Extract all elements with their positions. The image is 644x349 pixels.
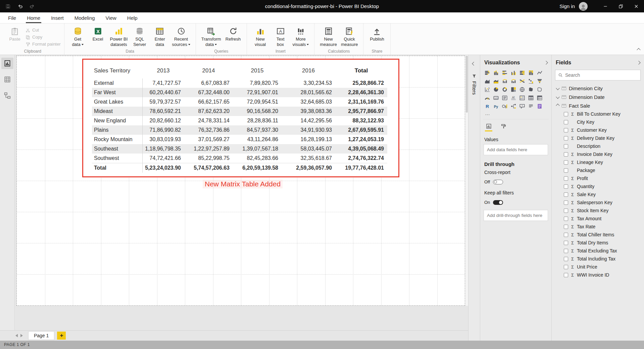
slicer-icon[interactable]	[518, 94, 527, 102]
kpi-icon[interactable]: 42	[509, 94, 518, 102]
hundred-stacked-bar-chart-icon[interactable]	[518, 68, 527, 77]
keep-all-filters-toggle[interactable]	[493, 200, 503, 205]
field-total-including-tax[interactable]: ΣTotal Including Tax	[554, 255, 641, 263]
text-box-button[interactable]: ATextbox	[270, 25, 291, 48]
sql-server-button[interactable]: SQLServer	[130, 25, 150, 48]
power-bi-datasets-button[interactable]: Power BIdatasets	[108, 25, 130, 48]
filters-pane-label[interactable]: Filters	[472, 81, 477, 95]
field-delivery-date-key[interactable]: ΣDelivery Date Key	[554, 134, 641, 142]
menu-tab-modeling[interactable]: Modeling	[69, 12, 100, 23]
stacked-column-chart-icon[interactable]	[492, 68, 500, 77]
shape-map-icon[interactable]	[535, 85, 544, 94]
add-page-button[interactable]: +	[57, 332, 66, 340]
field-checkbox[interactable]	[564, 160, 568, 165]
expand-table-icon[interactable]	[556, 95, 559, 99]
close-button[interactable]	[629, 0, 644, 12]
expand-filters-icon[interactable]	[472, 62, 476, 65]
field-salesperson-key[interactable]: ΣSalesperson Key	[554, 198, 641, 207]
field-checkbox[interactable]	[564, 233, 568, 237]
scatter-chart-icon[interactable]	[483, 85, 492, 94]
field-checkbox[interactable]	[564, 120, 568, 124]
field-checkbox[interactable]	[564, 209, 568, 213]
python-visual-icon[interactable]: Py	[492, 102, 500, 110]
field-checkbox[interactable]	[564, 168, 568, 173]
collapse-ribbon-icon[interactable]	[637, 48, 640, 52]
field-bill-to-customer-key[interactable]: ΣBill To Customer Key	[554, 110, 641, 118]
matrix-row[interactable]: Rocky Mountain30,83,019.9337,01,569.2743…	[92, 135, 387, 144]
field-total-dry-items[interactable]: ΣTotal Dry Items	[554, 239, 641, 247]
matrix-row[interactable]: Southeast1,18,96,798.351,22,97,257.891,3…	[92, 144, 387, 154]
field-checkbox[interactable]	[564, 200, 568, 205]
menu-tab-insert[interactable]: Insert	[46, 12, 69, 23]
field-checkbox[interactable]	[564, 225, 568, 229]
fields-search-input[interactable]: Search	[555, 70, 641, 80]
field-checkbox[interactable]	[564, 265, 568, 269]
field-package[interactable]: Package	[554, 166, 641, 174]
field-tax-amount[interactable]: ΣTax Amount	[554, 215, 641, 223]
field-total-chiller-items[interactable]: ΣTotal Chiller Items	[554, 231, 641, 239]
enter-data-button[interactable]: Enterdata	[150, 25, 170, 48]
filled-map-icon[interactable]	[527, 85, 535, 94]
excel-button[interactable]: XExcel	[88, 25, 108, 48]
field-lineage-key[interactable]: ΣLineage Key	[554, 158, 641, 166]
field-unit-price[interactable]: ΣUnit Price	[554, 263, 641, 271]
matrix-row[interactable]: Mideast78,60,592.2187,62,623.2090,16,568…	[92, 107, 387, 116]
field-tax-rate[interactable]: ΣTax Rate	[554, 223, 641, 231]
format-painter-button[interactable]: Format painter	[26, 41, 61, 47]
waterfall-chart-icon[interactable]	[527, 77, 535, 85]
hundred-stacked-column-chart-icon[interactable]	[527, 68, 535, 77]
field-table-dimension-date[interactable]: Dimension Date	[554, 93, 641, 101]
menu-tab-help[interactable]: Help	[122, 12, 143, 23]
menu-tab-view[interactable]: View	[100, 12, 122, 23]
new-visual-button[interactable]: Newvisual	[250, 25, 270, 48]
menu-tab-file[interactable]: File	[3, 12, 21, 23]
area-chart-icon[interactable]	[483, 77, 492, 85]
avatar[interactable]	[579, 2, 588, 11]
matrix-row[interactable]: New England20,82,660.1224,78,331.1428,28…	[92, 116, 387, 125]
r-script-icon[interactable]: R	[483, 102, 492, 110]
report-view-button[interactable]	[1, 58, 13, 69]
field-checkbox[interactable]	[564, 249, 568, 253]
field-checkbox[interactable]	[564, 241, 568, 245]
refresh-button[interactable]: Refresh	[223, 25, 243, 48]
menu-tab-home[interactable]: Home	[21, 12, 46, 23]
field-table-fact-sale[interactable]: Fact Sale	[554, 101, 641, 110]
minimize-button[interactable]	[598, 0, 613, 12]
key-influencers-icon[interactable]	[500, 102, 509, 110]
values-tab[interactable]	[485, 123, 492, 131]
stacked-area-chart-icon[interactable]	[492, 77, 500, 85]
field-total-excluding-tax[interactable]: ΣTotal Excluding Tax	[554, 247, 641, 255]
field-checkbox[interactable]	[564, 136, 568, 140]
matrix-row[interactable]: External7,41,727.576,67,083.877,89,820.7…	[92, 78, 387, 88]
field-checkbox[interactable]	[564, 192, 568, 197]
pie-chart-icon[interactable]	[492, 85, 500, 94]
matrix-row[interactable]: Southwest74,72,421.6685,22,998.7582,45,2…	[92, 154, 387, 163]
redo-icon[interactable]	[29, 3, 36, 10]
field-quantity[interactable]: ΣQuantity	[554, 182, 641, 190]
field-checkbox[interactable]	[564, 128, 568, 132]
collapse-table-icon[interactable]	[556, 104, 559, 107]
field-table-dimension-city[interactable]: Dimension City	[554, 84, 641, 93]
format-tab[interactable]	[500, 123, 507, 131]
line-and-clustered-column-chart-icon[interactable]	[509, 77, 518, 85]
add-data-fields-well[interactable]: Add data fields here	[484, 144, 548, 155]
field-checkbox[interactable]	[564, 176, 568, 181]
copy-button[interactable]: Copy	[26, 34, 61, 40]
matrix-row[interactable]: Far West60,20,440.6767,32,448.0072,91,90…	[92, 88, 387, 97]
card-icon[interactable]: 123	[492, 94, 500, 102]
field-wwi-invoice-id[interactable]: ΣWWI Invoice ID	[554, 271, 641, 279]
field-checkbox[interactable]	[564, 144, 568, 149]
more-visuals-ellipsis[interactable]: …	[483, 110, 549, 116]
matrix-visual[interactable]: Sales Territory2013201420152016TotalExte…	[82, 59, 399, 177]
add-drill-through-fields-well[interactable]: Add drill-through fields here	[484, 210, 548, 221]
expand-table-icon[interactable]	[556, 86, 559, 90]
canvas-scrollbar[interactable]	[465, 55, 468, 306]
cross-report-toggle[interactable]	[493, 180, 503, 184]
field-description[interactable]: Description	[554, 142, 641, 150]
matrix-total-row[interactable]: Total5,23,24,023.905,74,57,206.636,20,59…	[92, 163, 387, 173]
line-chart-icon[interactable]	[535, 68, 544, 77]
field-invoice-date-key[interactable]: ΣInvoice Date Key	[554, 150, 641, 158]
new-measure-button[interactable]: Newmeasure	[318, 25, 339, 48]
collapse-visualizations-icon[interactable]	[544, 61, 548, 64]
quick-measure-button[interactable]: Quickmeasure	[339, 25, 360, 48]
